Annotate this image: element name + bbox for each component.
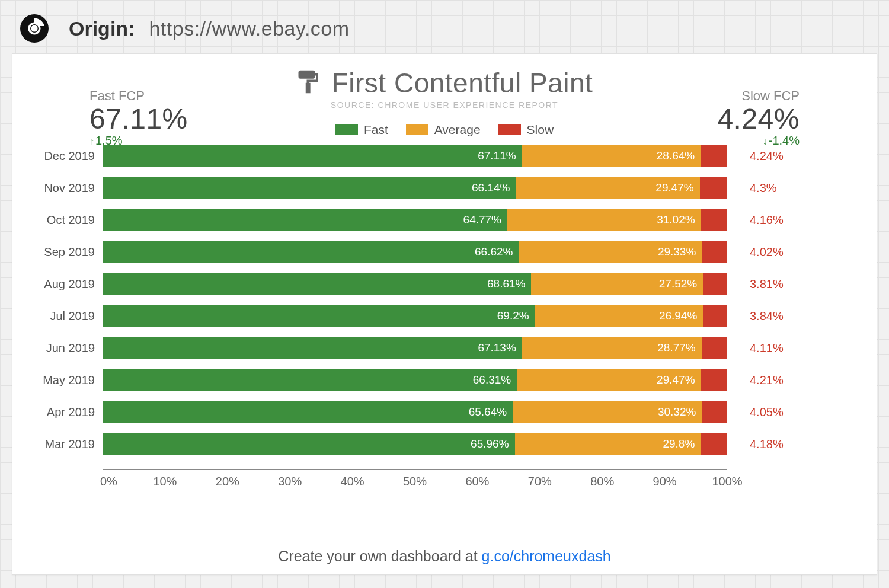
slow-value-label: 4.11%: [750, 341, 809, 355]
chrome-icon: [20, 14, 49, 43]
slow-value-label: 4.16%: [750, 213, 809, 227]
bar-segment-fast: 67.13%: [103, 337, 522, 359]
slow-fcp-label: Slow FCP: [717, 88, 800, 104]
x-tick: 40%: [341, 475, 364, 488]
fast-fcp-label: Fast FCP: [89, 88, 188, 104]
row-label: Jul 2019: [19, 309, 95, 323]
bar-segment-fast: 66.14%: [103, 177, 516, 199]
bar-segment-avg: 30.32%: [513, 401, 702, 423]
fast-fcp-value: 67.11%: [89, 103, 188, 135]
paint-roller-icon: [296, 69, 321, 97]
stacked-bar: 66.31%29.47%: [103, 369, 727, 391]
page-header: Origin: https://www.ebay.com: [0, 0, 889, 53]
row-label: Mar 2019: [19, 437, 95, 451]
row-label: Oct 2019: [19, 213, 95, 227]
bar-segment-fast: 65.96%: [103, 433, 515, 455]
row-label: Aug 2019: [19, 277, 95, 291]
bar-segment-slow: [701, 369, 727, 391]
stacked-bar: 69.2%26.94%: [103, 305, 727, 327]
slow-value-label: 4.02%: [750, 245, 809, 259]
row-label: Apr 2019: [19, 405, 95, 419]
bar-segment-fast: 68.61%: [103, 273, 531, 295]
svg-rect-4: [306, 84, 309, 92]
chart-row: Oct 201964.77%31.02%4.16%: [103, 207, 727, 233]
bar-segment-slow: [702, 401, 727, 423]
bar-segment-slow: [702, 337, 727, 359]
chart-title: First Contentful Paint: [332, 67, 593, 99]
bar-segment-slow: [701, 145, 727, 167]
bar-segment-avg: 29.8%: [515, 433, 701, 455]
x-tick: 80%: [590, 475, 614, 488]
bar-segment-avg: 29.47%: [516, 177, 699, 199]
slow-value-label: 4.24%: [750, 149, 809, 163]
bar-segment-fast: 65.64%: [103, 401, 513, 423]
bar-segment-avg: 29.33%: [519, 241, 702, 263]
chart-row: Nov 201966.14%29.47%4.3%: [103, 175, 727, 201]
x-tick: 10%: [153, 475, 177, 488]
stacked-bar: 65.64%30.32%: [103, 401, 727, 423]
svg-rect-3: [299, 72, 314, 78]
slow-value-label: 4.21%: [750, 373, 809, 387]
chart-row: Dec 201967.11%28.64%4.24%: [103, 143, 727, 169]
fcp-card: Fast FCP 67.11% ↑1.5% Slow FCP 4.24% ↓-1…: [12, 53, 877, 575]
legend-fast: Fast: [335, 123, 388, 137]
chart-row: Mar 201965.96%29.8%4.18%: [103, 431, 727, 457]
legend-swatch-fast: [335, 124, 358, 135]
bar-segment-avg: 29.47%: [517, 369, 701, 391]
bar-segment-fast: 66.31%: [103, 369, 517, 391]
svg-point-2: [31, 25, 37, 31]
stacked-bar: 66.14%29.47%: [103, 177, 727, 199]
legend-average: Average: [406, 123, 481, 137]
origin-label: Origin:: [69, 17, 135, 40]
stacked-bar: 68.61%27.52%: [103, 273, 727, 295]
slow-value-label: 4.3%: [750, 181, 809, 195]
chart-row: Jul 201969.2%26.94%3.84%: [103, 303, 727, 329]
row-label: Nov 2019: [19, 181, 95, 195]
legend-slow: Slow: [498, 123, 554, 137]
chart-row: Aug 201968.61%27.52%3.81%: [103, 271, 727, 297]
bar-segment-slow: [701, 433, 727, 455]
origin-url: https://www.ebay.com: [149, 17, 349, 40]
bar-segment-slow: [703, 273, 727, 295]
bar-segment-avg: 31.02%: [507, 209, 701, 231]
slow-value-label: 3.81%: [750, 277, 809, 291]
chart-row: Jun 201967.13%28.77%4.11%: [103, 335, 727, 361]
x-tick: 30%: [278, 475, 302, 488]
stacked-bar: 67.13%28.77%: [103, 337, 727, 359]
fast-fcp-stat: Fast FCP 67.11% ↑1.5%: [89, 88, 188, 148]
bar-segment-slow: [702, 241, 727, 263]
stacked-bar: 66.62%29.33%: [103, 241, 727, 263]
chart: Dec 201967.11%28.64%4.24%Nov 201966.14%2…: [20, 140, 869, 490]
x-tick: 50%: [403, 475, 427, 488]
row-label: May 2019: [19, 373, 95, 387]
bar-segment-avg: 28.64%: [522, 145, 701, 167]
x-tick: 70%: [528, 475, 552, 488]
chart-row: Sep 201966.62%29.33%4.02%: [103, 239, 727, 265]
bar-segment-fast: 69.2%: [103, 305, 535, 327]
bar-segment-avg: 27.52%: [531, 273, 703, 295]
row-label: Jun 2019: [19, 341, 95, 355]
bar-segment-fast: 67.11%: [103, 145, 522, 167]
slow-value-label: 3.84%: [750, 309, 809, 323]
row-label: Sep 2019: [19, 245, 95, 259]
row-label: Dec 2019: [19, 149, 95, 163]
slow-fcp-stat: Slow FCP 4.24% ↓-1.4%: [717, 88, 800, 148]
bar-segment-slow: [701, 209, 727, 231]
slow-value-label: 4.05%: [750, 405, 809, 419]
footer: Create your own dashboard at g.co/chrome…: [12, 548, 877, 565]
legend-swatch-slow: [498, 124, 521, 135]
x-tick: 90%: [653, 475, 677, 488]
slow-value-label: 4.18%: [750, 437, 809, 451]
bar-segment-slow: [703, 305, 727, 327]
slow-fcp-value: 4.24%: [717, 103, 800, 135]
x-tick: 60%: [465, 475, 489, 488]
chart-row: May 201966.31%29.47%4.21%: [103, 367, 727, 393]
bar-segment-slow: [700, 177, 727, 199]
chart-row: Apr 201965.64%30.32%4.05%: [103, 399, 727, 425]
x-tick: 0%: [100, 475, 117, 488]
legend-swatch-average: [406, 124, 428, 135]
bar-segment-avg: 28.77%: [522, 337, 702, 359]
footer-link[interactable]: g.co/chromeuxdash: [482, 548, 611, 564]
x-tick: 100%: [712, 475, 742, 488]
bar-segment-fast: 66.62%: [103, 241, 519, 263]
